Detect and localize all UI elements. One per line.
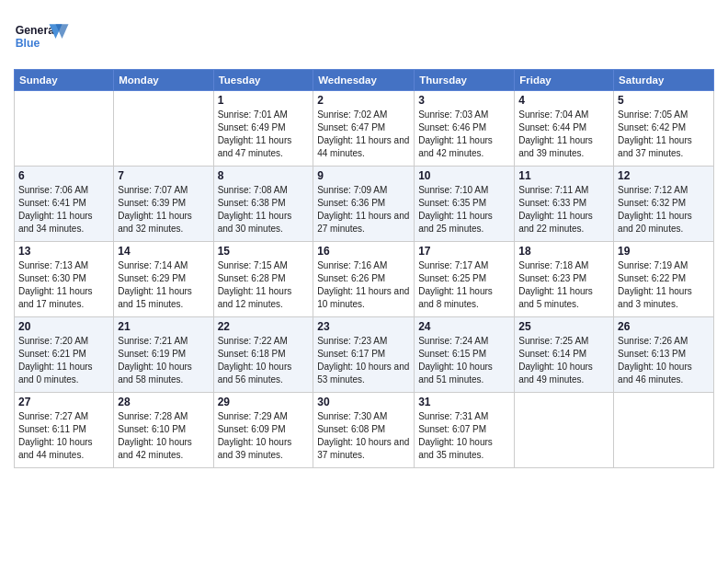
sunset-text: Sunset: 6:10 PM [118,424,186,434]
daylight-text: Daylight: 11 hours and 44 minutes. [317,135,409,158]
day-number: 31 [418,396,510,408]
daylight-text: Daylight: 10 hours and 58 minutes. [118,362,192,385]
daylight-text: Daylight: 11 hours and 42 minutes. [418,135,493,158]
sunrise-text: Sunrise: 7:29 AM [218,411,288,421]
sunset-text: Sunset: 6:21 PM [18,349,86,359]
sunset-text: Sunset: 6:25 PM [418,273,486,283]
calendar-header-row: SundayMondayTuesdayWednesdayThursdayFrid… [15,70,714,91]
day-number: 16 [317,245,410,258]
week-row-5: 27Sunrise: 7:27 AMSunset: 6:11 PMDayligh… [15,393,714,468]
daylight-text: Daylight: 11 hours and 34 minutes. [18,211,93,234]
daylight-text: Daylight: 10 hours and 37 minutes. [317,437,409,460]
week-row-3: 13Sunrise: 7:13 AMSunset: 6:30 PMDayligh… [15,242,714,317]
daylight-text: Daylight: 11 hours and 25 minutes. [418,211,493,234]
calendar-cell [614,393,714,468]
day-info: Sunrise: 7:14 AMSunset: 6:29 PMDaylight:… [118,259,209,311]
day-info: Sunrise: 7:21 AMSunset: 6:19 PMDaylight:… [118,335,209,386]
sunset-text: Sunset: 6:32 PM [618,198,686,208]
daylight-text: Daylight: 10 hours and 44 minutes. [18,437,93,460]
day-of-week-saturday: Saturday [614,70,714,91]
daylight-text: Daylight: 11 hours and 30 minutes. [218,211,292,234]
sunset-text: Sunset: 6:36 PM [317,198,385,208]
daylight-text: Daylight: 11 hours and 22 minutes. [518,211,593,234]
day-number: 9 [317,169,410,182]
calendar-cell: 3Sunrise: 7:03 AMSunset: 6:46 PMDaylight… [415,91,515,167]
week-row-2: 6Sunrise: 7:06 AMSunset: 6:41 PMDaylight… [15,167,714,242]
daylight-text: Daylight: 10 hours and 53 minutes. [317,362,409,385]
calendar-cell: 27Sunrise: 7:27 AMSunset: 6:11 PMDayligh… [15,393,114,468]
day-of-week-monday: Monday [114,70,213,91]
sunrise-text: Sunrise: 7:11 AM [518,185,588,195]
sunset-text: Sunset: 6:23 PM [518,273,586,283]
day-number: 2 [317,94,410,107]
sunset-text: Sunset: 6:35 PM [418,198,486,208]
day-info: Sunrise: 7:23 AMSunset: 6:17 PMDaylight:… [317,335,410,386]
calendar-cell [15,91,114,167]
sunrise-text: Sunrise: 7:31 AM [418,411,488,421]
daylight-text: Daylight: 10 hours and 42 minutes. [118,437,192,460]
sunrise-text: Sunrise: 7:12 AM [618,185,688,195]
calendar-cell: 18Sunrise: 7:18 AMSunset: 6:23 PMDayligh… [515,242,614,317]
calendar-cell: 30Sunrise: 7:30 AMSunset: 6:08 PMDayligh… [313,393,415,468]
day-number: 17 [418,245,510,258]
calendar-cell: 4Sunrise: 7:04 AMSunset: 6:44 PMDaylight… [515,91,614,167]
day-number: 23 [317,320,410,333]
sunrise-text: Sunrise: 7:23 AM [317,336,387,346]
day-info: Sunrise: 7:06 AMSunset: 6:41 PMDaylight:… [18,184,109,236]
day-info: Sunrise: 7:17 AMSunset: 6:25 PMDaylight:… [418,259,510,311]
sunrise-text: Sunrise: 7:22 AM [218,336,288,346]
calendar-cell: 29Sunrise: 7:29 AMSunset: 6:09 PMDayligh… [213,393,313,468]
sunset-text: Sunset: 6:08 PM [317,424,385,434]
day-info: Sunrise: 7:13 AMSunset: 6:30 PMDaylight:… [18,259,109,311]
header: General Blue [14,9,714,63]
day-number: 29 [218,396,310,408]
sunrise-text: Sunrise: 7:20 AM [18,336,88,346]
week-row-1: 1Sunrise: 7:01 AMSunset: 6:49 PMDaylight… [15,91,714,167]
day-number: 15 [218,245,310,258]
calendar-cell: 13Sunrise: 7:13 AMSunset: 6:30 PMDayligh… [15,242,114,317]
day-of-week-thursday: Thursday [415,70,515,91]
sunset-text: Sunset: 6:46 PM [418,122,486,132]
sunset-text: Sunset: 6:39 PM [118,198,186,208]
daylight-text: Daylight: 10 hours and 56 minutes. [218,362,292,385]
daylight-text: Daylight: 11 hours and 47 minutes. [218,135,292,158]
daylight-text: Daylight: 11 hours and 8 minutes. [418,286,493,309]
day-info: Sunrise: 7:16 AMSunset: 6:26 PMDaylight:… [317,259,410,311]
day-info: Sunrise: 7:07 AMSunset: 6:39 PMDaylight:… [118,184,209,236]
svg-text:Blue: Blue [16,37,40,50]
day-number: 14 [118,245,209,258]
day-number: 20 [18,320,109,333]
sunrise-text: Sunrise: 7:14 AM [118,260,188,270]
sunset-text: Sunset: 6:38 PM [218,198,286,208]
sunrise-text: Sunrise: 7:27 AM [18,411,88,421]
day-info: Sunrise: 7:31 AMSunset: 6:07 PMDaylight:… [418,410,510,462]
sunset-text: Sunset: 6:22 PM [618,273,686,283]
daylight-text: Daylight: 10 hours and 35 minutes. [418,437,493,460]
day-info: Sunrise: 7:02 AMSunset: 6:47 PMDaylight:… [317,109,410,160]
calendar-cell: 31Sunrise: 7:31 AMSunset: 6:07 PMDayligh… [415,393,515,468]
week-row-4: 20Sunrise: 7:20 AMSunset: 6:21 PMDayligh… [15,317,714,393]
sunset-text: Sunset: 6:28 PM [218,273,286,283]
sunrise-text: Sunrise: 7:21 AM [118,336,188,346]
day-number: 25 [518,320,609,333]
daylight-text: Daylight: 11 hours and 37 minutes. [618,135,692,158]
day-number: 6 [18,169,109,182]
sunrise-text: Sunrise: 7:10 AM [418,185,488,195]
day-number: 30 [317,396,410,408]
calendar-cell: 28Sunrise: 7:28 AMSunset: 6:10 PMDayligh… [114,393,213,468]
calendar-cell [114,91,213,167]
sunset-text: Sunset: 6:17 PM [317,349,385,359]
sunrise-text: Sunrise: 7:06 AM [18,185,88,195]
calendar-cell: 24Sunrise: 7:24 AMSunset: 6:15 PMDayligh… [415,317,515,393]
sunrise-text: Sunrise: 7:05 AM [618,109,688,120]
day-number: 1 [218,94,310,107]
day-info: Sunrise: 7:22 AMSunset: 6:18 PMDaylight:… [218,335,310,386]
sunrise-text: Sunrise: 7:04 AM [518,109,588,120]
day-info: Sunrise: 7:24 AMSunset: 6:15 PMDaylight:… [418,335,510,386]
daylight-text: Daylight: 11 hours and 5 minutes. [518,286,593,309]
day-number: 13 [18,245,109,258]
sunrise-text: Sunrise: 7:13 AM [18,260,88,270]
sunrise-text: Sunrise: 7:03 AM [418,109,488,120]
sunset-text: Sunset: 6:18 PM [218,349,286,359]
sunrise-text: Sunrise: 7:15 AM [218,260,288,270]
